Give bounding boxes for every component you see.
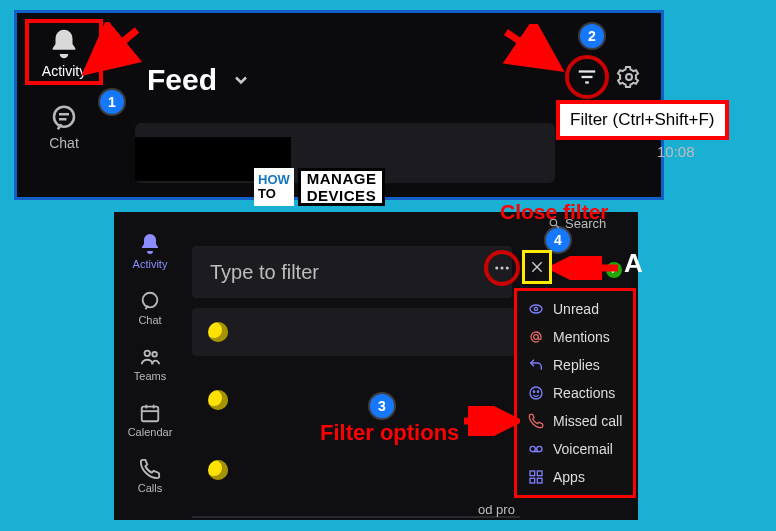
rail2-chat-label: Chat (118, 314, 182, 326)
rail2-calendar-label: Calendar (118, 426, 182, 438)
step-badge-3: 3 (370, 394, 394, 418)
step-badge-1: 1 (100, 90, 124, 114)
at-icon (527, 329, 545, 345)
filter-mentions[interactable]: Mentions (517, 323, 633, 351)
filter-label: Missed call (553, 413, 622, 429)
svg-rect-33 (537, 478, 542, 483)
rail2-activity-label: Activity (118, 258, 182, 270)
status-dot-icon (208, 460, 228, 480)
svg-point-21 (530, 305, 542, 313)
chevron-down-icon (231, 63, 251, 97)
feed-item[interactable] (192, 308, 522, 356)
svg-point-16 (495, 267, 498, 270)
filter-label: Apps (553, 469, 585, 485)
step-badge-4: 4 (546, 228, 570, 252)
eye-icon (527, 301, 545, 317)
svg-point-28 (537, 446, 542, 451)
svg-point-27 (530, 446, 535, 451)
svg-point-17 (501, 267, 504, 270)
gear-icon (617, 65, 641, 89)
svg-point-26 (537, 391, 538, 392)
filter-apps[interactable]: Apps (517, 463, 633, 491)
status-dot-icon (208, 390, 228, 410)
bell-icon (118, 232, 182, 256)
truncated-text: od pro (478, 502, 515, 517)
svg-rect-10 (142, 407, 159, 422)
filter-menu: Unread Mentions Replies Reactions Missed… (514, 288, 636, 498)
annotation-close-filter: Close filter (500, 200, 609, 224)
presence-badge: ✓ (606, 262, 622, 278)
filter-label: Mentions (553, 329, 610, 345)
svg-point-23 (534, 335, 539, 340)
avatar-letter: A (624, 248, 643, 279)
svg-point-24 (530, 387, 542, 399)
divider (192, 516, 520, 518)
missed-call-icon (527, 413, 545, 429)
rail-activity[interactable]: Activity (25, 19, 103, 85)
settings-button[interactable] (617, 65, 641, 93)
rail-activity-label: Activity (31, 63, 97, 79)
svg-rect-31 (537, 471, 542, 476)
svg-point-7 (143, 293, 158, 308)
svg-point-22 (534, 307, 537, 310)
close-filter-button[interactable] (522, 250, 552, 284)
feed-time: 10:08 (657, 143, 695, 160)
filter-input-placeholder: Type to filter (210, 261, 319, 284)
smile-icon (527, 385, 545, 401)
annotation-filter-options: Filter options (320, 420, 459, 446)
rail2-calls-label: Calls (118, 482, 182, 494)
filter-button[interactable] (565, 55, 609, 99)
filter-tooltip: Filter (Ctrl+Shift+F) (556, 100, 729, 140)
chat-icon (25, 103, 103, 133)
svg-point-25 (533, 391, 534, 392)
voicemail-icon (527, 441, 545, 457)
svg-point-0 (54, 107, 74, 127)
filter-reactions[interactable]: Reactions (517, 379, 633, 407)
rail2-calls[interactable]: Calls (118, 458, 182, 494)
logo-how: HOW (258, 173, 290, 187)
rail2-activity[interactable]: Activity (118, 232, 182, 270)
calendar-icon (118, 402, 182, 424)
rail-chat-label: Chat (25, 135, 103, 151)
svg-point-8 (145, 351, 151, 357)
status-dot-icon (208, 322, 228, 342)
rail2-teams-label: Teams (118, 370, 182, 382)
left-rail-bottom: Activity Chat Teams Calendar Calls (118, 232, 182, 514)
svg-rect-32 (530, 478, 535, 483)
teams-icon (118, 346, 182, 368)
filter-label: Unread (553, 301, 599, 317)
logo-devices: DEVICES (307, 187, 376, 204)
chat-icon (118, 290, 182, 312)
svg-point-9 (152, 352, 157, 357)
filter-unread[interactable]: Unread (517, 295, 633, 323)
filter-input[interactable]: Type to filter (192, 246, 512, 298)
reply-icon (527, 357, 545, 373)
rail2-teams[interactable]: Teams (118, 346, 182, 382)
filter-icon (576, 66, 598, 88)
svg-rect-30 (530, 471, 535, 476)
rail-chat[interactable]: Chat (25, 103, 103, 151)
filter-label: Voicemail (553, 441, 613, 457)
rail2-calendar[interactable]: Calendar (118, 402, 182, 438)
feed-title: Feed (147, 63, 217, 97)
filter-missed-call[interactable]: Missed call (517, 407, 633, 435)
logo-manage: MANAGE (307, 170, 377, 187)
bell-icon (31, 27, 97, 61)
filter-label: Replies (553, 357, 600, 373)
left-rail-top: Activity Chat (25, 19, 103, 169)
phone-icon (118, 458, 182, 480)
filter-replies[interactable]: Replies (517, 351, 633, 379)
svg-point-18 (506, 267, 509, 270)
filter-voicemail[interactable]: Voicemail (517, 435, 633, 463)
feed-header[interactable]: Feed (147, 63, 251, 97)
rail2-chat[interactable]: Chat (118, 290, 182, 326)
htmd-logo: HOW TO MANAGEDEVICES (254, 168, 385, 206)
filter-label: Reactions (553, 385, 615, 401)
apps-icon (527, 469, 545, 485)
step-badge-2: 2 (580, 24, 604, 48)
close-icon (529, 259, 545, 275)
more-icon (493, 259, 511, 277)
more-options-button[interactable] (484, 250, 520, 286)
svg-point-6 (626, 74, 632, 80)
logo-to: TO (258, 187, 290, 201)
